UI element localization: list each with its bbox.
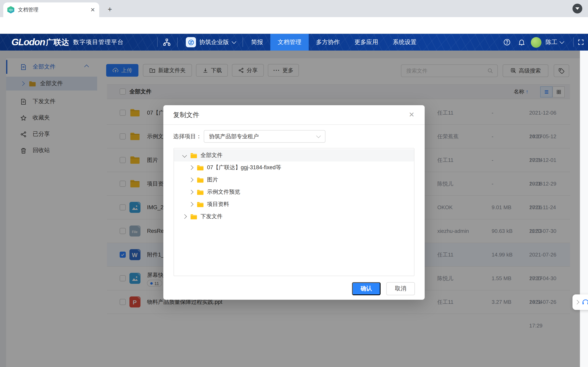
tab-search-icon[interactable] <box>572 4 582 13</box>
app-navbar: GLodon广联达数字项目管理平台 协筑企业版 简报 文档管理 多方协作 更多应… <box>0 34 588 50</box>
tree-node[interactable]: 07【广联达】ggj-3184-fixed等 <box>174 161 414 174</box>
help-icon[interactable] <box>503 34 511 50</box>
chevron-right-icon[interactable] <box>182 214 187 219</box>
chevron-right-icon[interactable] <box>189 190 194 194</box>
tree-node-label: 图片 <box>207 176 218 184</box>
chevron-right-icon[interactable] <box>189 178 194 182</box>
project-select[interactable]: 协筑产品部专业租户 <box>204 130 325 143</box>
menu-item-settings[interactable]: 系统设置 <box>385 34 424 50</box>
new-tab-button[interactable]: + <box>104 4 115 15</box>
main-menu: 简报 文档管理 多方协作 更多应用 系统设置 <box>244 34 424 50</box>
tree-node-label: 全部文件 <box>200 152 223 159</box>
folder-icon <box>197 177 204 183</box>
tree-node[interactable]: 全部文件 <box>174 149 414 161</box>
org-structure-icon[interactable] <box>163 38 171 48</box>
folder-icon <box>197 201 204 207</box>
notifications-bell-icon[interactable] <box>518 34 526 50</box>
folder-icon <box>190 213 197 220</box>
tree-node[interactable]: 图片 <box>174 174 414 186</box>
tree-node[interactable]: 下发文件 <box>174 210 414 223</box>
project-select-value: 协筑产品部专业租户 <box>209 133 259 140</box>
copy-file-dialog: 复制文件 ✕ 选择项目： 协筑产品部专业租户 全部文件07【广联达】ggj-31… <box>163 105 425 300</box>
headset-icon[interactable] <box>581 298 588 306</box>
chevron-down-icon[interactable] <box>182 153 187 158</box>
user-menu[interactable]: 陈工 <box>545 34 563 50</box>
tree-node-label: 07【广联达】ggj-3184-fixed等 <box>207 164 281 171</box>
tab-close-icon[interactable]: ✕ <box>90 7 95 13</box>
workspace-switcher[interactable]: 协筑企业版 <box>186 37 235 47</box>
folder-tree: 全部文件07【广联达】ggj-3184-fixed等图片示例文件预览项目资料下发… <box>173 148 415 276</box>
tree-node-label: 示例文件预览 <box>207 188 240 196</box>
tree-node-label: 项目资料 <box>207 201 229 208</box>
dialog-close-icon[interactable]: ✕ <box>407 111 416 119</box>
user-avatar[interactable] <box>531 34 541 50</box>
menu-item-more-apps[interactable]: 更多应用 <box>347 34 385 50</box>
tab-title: 文档管理 <box>18 6 90 13</box>
browser-tab[interactable]: <|> 文档管理 ✕ <box>3 2 99 17</box>
dialog-header <box>163 105 425 125</box>
workspace-logo-icon <box>186 37 196 47</box>
tree-node[interactable]: 项目资料 <box>174 198 414 210</box>
chevron-down-icon <box>316 133 321 138</box>
browser-toolbar: xmgl.glodon.com/portal/493823875665920/?… <box>0 17 588 34</box>
menu-item-documents[interactable]: 文档管理 <box>270 34 309 50</box>
tree-node-label: 下发文件 <box>200 213 223 220</box>
folder-icon <box>197 189 204 195</box>
menu-item-briefing[interactable]: 简报 <box>244 34 270 50</box>
project-label: 选择项目： <box>173 130 202 143</box>
cancel-button[interactable]: 取消 <box>386 282 415 295</box>
fullscreen-icon[interactable] <box>577 34 584 50</box>
app-logo: GLodon广联达数字项目管理平台 <box>11 34 124 50</box>
dialog-title: 复制文件 <box>173 105 199 125</box>
screen: <|> 文档管理 ✕ + xmgl.glodon.com/portal/4938… <box>0 0 588 367</box>
support-widget[interactable] <box>572 294 588 310</box>
tree-node[interactable]: 示例文件预览 <box>174 186 414 198</box>
collapse-chevron-icon[interactable] <box>575 300 579 305</box>
site-favicon-icon: <|> <box>7 6 14 13</box>
chevron-right-icon[interactable] <box>189 165 194 170</box>
scrollbar-gutter[interactable] <box>580 50 588 367</box>
folder-icon <box>190 152 197 158</box>
browser-tabstrip: <|> 文档管理 ✕ + <box>0 0 588 17</box>
chevron-right-icon[interactable] <box>189 202 194 207</box>
confirm-button[interactable]: 确认 <box>352 282 380 295</box>
folder-icon <box>197 165 204 171</box>
menu-item-collaboration[interactable]: 多方协作 <box>309 34 347 50</box>
